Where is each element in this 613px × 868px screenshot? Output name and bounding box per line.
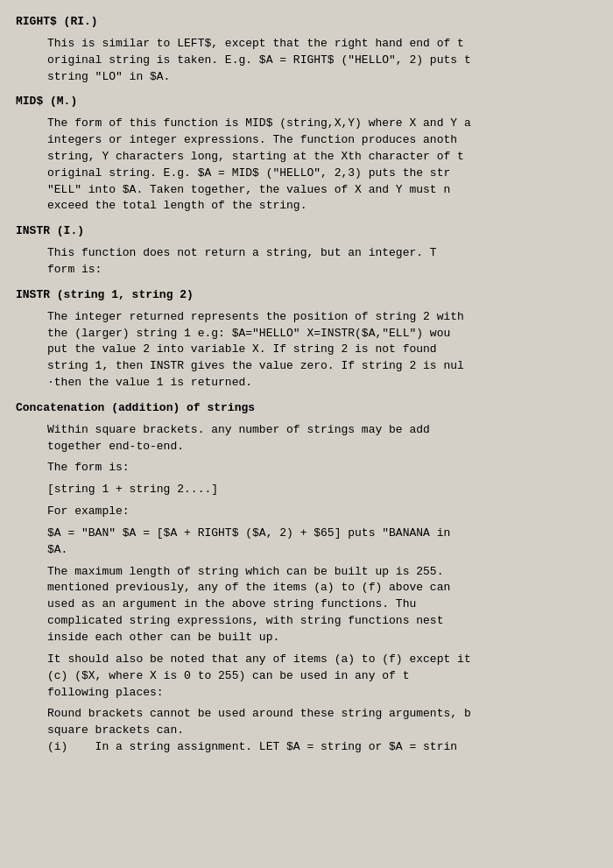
section-body-concatenation: Within square brackets. any number of st… xyxy=(16,422,597,756)
concat-text-8: Round brackets cannot be used around the… xyxy=(47,706,597,756)
concat-text-6: The maximum length of string which can b… xyxy=(47,564,597,646)
mids-text: The form of this function is MID$ (strin… xyxy=(47,116,597,215)
concat-text-3: [string 1 + string 2....] xyxy=(47,482,597,498)
section-instr-form: INSTR (string 1, string 2) The integer r… xyxy=(16,287,597,392)
section-mids: MID$ (M.) The form of this function is M… xyxy=(16,94,597,215)
section-header-instr-form: INSTR (string 1, string 2) xyxy=(16,287,597,304)
page-content: RIGHT$ (RI.) This is similar to LEFT$, e… xyxy=(16,14,597,756)
section-rights: RIGHT$ (RI.) This is similar to LEFT$, e… xyxy=(16,14,597,85)
concat-text-7: It should also be noted that any of item… xyxy=(47,652,597,702)
concat-text-5: $A = "BAN" $A = [$A + RIGHT$ ($A, 2) + $… xyxy=(47,526,597,559)
section-body-rights: This is similar to LEFT$, except that th… xyxy=(16,36,597,86)
section-header-mids: MID$ (M.) xyxy=(16,94,597,110)
section-body-mids: The form of this function is MID$ (strin… xyxy=(16,116,597,215)
instr-form-text: The integer returned represents the posi… xyxy=(47,309,597,392)
section-instr: INSTR (I.) This function does not return… xyxy=(16,223,597,279)
section-header-rights: RIGHT$ (RI.) xyxy=(16,14,597,31)
instr-text: This function does not return a string, … xyxy=(47,245,597,279)
section-header-concatenation: Concatenation (addition) of strings xyxy=(16,400,597,417)
section-body-instr: This function does not return a string, … xyxy=(16,245,597,279)
concat-text-2: The form is: xyxy=(47,460,597,476)
section-body-instr-form: The integer returned represents the posi… xyxy=(16,309,597,392)
rights-text: This is similar to LEFT$, except that th… xyxy=(47,36,597,86)
section-concatenation: Concatenation (addition) of strings With… xyxy=(16,400,597,756)
concat-text-4: For example: xyxy=(47,504,597,520)
concat-text-1: Within square brackets. any number of st… xyxy=(47,422,597,455)
section-header-instr: INSTR (I.) xyxy=(16,223,597,240)
